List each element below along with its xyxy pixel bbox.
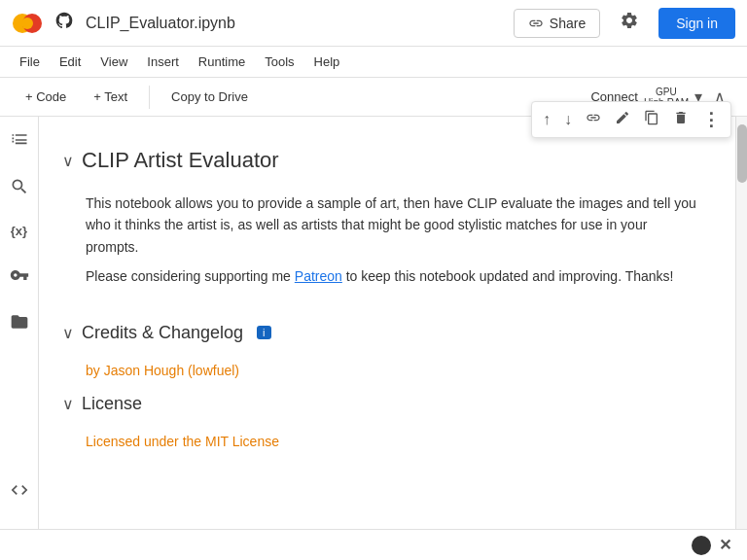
edit-icon: [615, 110, 630, 125]
github-icon: [54, 11, 74, 35]
main-title: CLIP Artist Evaluator: [82, 148, 279, 173]
patreon-link[interactable]: Patreon: [295, 268, 342, 284]
credits-chevron[interactable]: ∨: [62, 324, 74, 342]
share-label: Share: [550, 16, 586, 31]
main-chevron[interactable]: ∨: [62, 152, 74, 170]
share-button[interactable]: Share: [514, 9, 600, 38]
move-up-button[interactable]: ↑: [538, 108, 555, 131]
description-para-1: This notebook allows you to provide a sa…: [86, 192, 700, 258]
menu-edit[interactable]: Edit: [52, 51, 89, 73]
link-icon: [586, 110, 601, 125]
svg-point-2: [21, 18, 33, 29]
credits-title: Credits & Changelog: [82, 323, 243, 343]
menu-runtime[interactable]: Runtime: [191, 51, 253, 73]
main-description: This notebook allows you to provide a sa…: [62, 185, 712, 303]
author-text: by Jason Hough (lowfuel): [62, 355, 712, 386]
delete-cell-button[interactable]: [668, 107, 694, 132]
sidebar-secrets-icon[interactable]: [4, 260, 35, 291]
notebook-content[interactable]: ∨ CLIP Artist Evaluator This notebook al…: [39, 117, 735, 560]
sidebar-code-icon[interactable]: [4, 474, 35, 506]
menu-view[interactable]: View: [92, 51, 135, 73]
description-para-2: Please considering supporting me Patreon…: [86, 265, 700, 287]
copy-icon: [644, 110, 659, 125]
sidebar-toc-icon[interactable]: [4, 124, 35, 156]
more-options-button[interactable]: ⋮: [697, 106, 725, 133]
file-title: CLIP_Evaluator.ipynb: [86, 15, 235, 32]
menu-help[interactable]: Help: [306, 51, 348, 73]
gear-icon: [620, 11, 639, 30]
license-title: License: [82, 394, 142, 414]
sidebar-variables-icon[interactable]: {x}: [5, 218, 33, 244]
license-section-header: ∨ License: [62, 394, 712, 414]
left-sidebar: {x}: [0, 117, 39, 560]
license-chevron[interactable]: ∨: [62, 395, 74, 413]
sidebar-files-icon[interactable]: [4, 306, 35, 337]
menu-tools[interactable]: Tools: [257, 51, 302, 73]
credits-section-header: ∨ Credits & Changelog i: [62, 323, 712, 343]
status-dot[interactable]: [692, 536, 711, 555]
delete-icon: [673, 110, 689, 125]
share-icon: [528, 16, 544, 31]
add-text-button[interactable]: + Text: [84, 86, 137, 108]
add-code-button[interactable]: + Code: [16, 86, 76, 108]
copy-to-drive-button[interactable]: Copy to Drive: [161, 86, 258, 108]
cell-toolbar: ↑ ↓ ⋮: [531, 101, 731, 138]
bottom-bar: ✕: [0, 529, 747, 560]
sidebar-search-icon[interactable]: [4, 171, 35, 202]
colab-logo: [12, 8, 43, 39]
menu-file[interactable]: File: [12, 51, 48, 73]
main-section-header: ∨ CLIP Artist Evaluator: [62, 148, 712, 173]
move-down-button[interactable]: ↓: [559, 108, 577, 131]
license-text: Licensed under the MIT License: [62, 426, 712, 457]
copy-cell-button[interactable]: [639, 107, 664, 132]
toolbar-divider: [149, 86, 150, 109]
settings-button[interactable]: [612, 7, 647, 39]
scrollbar[interactable]: [735, 117, 747, 560]
credits-badge: i: [257, 326, 270, 339]
signin-button[interactable]: Sign in: [658, 8, 735, 39]
link-cell-button[interactable]: [581, 107, 606, 132]
close-icon[interactable]: ✕: [719, 536, 731, 554]
edit-cell-button[interactable]: [610, 107, 635, 132]
menu-bar: File Edit View Insert Runtime Tools Help: [0, 47, 747, 78]
menu-insert[interactable]: Insert: [139, 51, 187, 73]
